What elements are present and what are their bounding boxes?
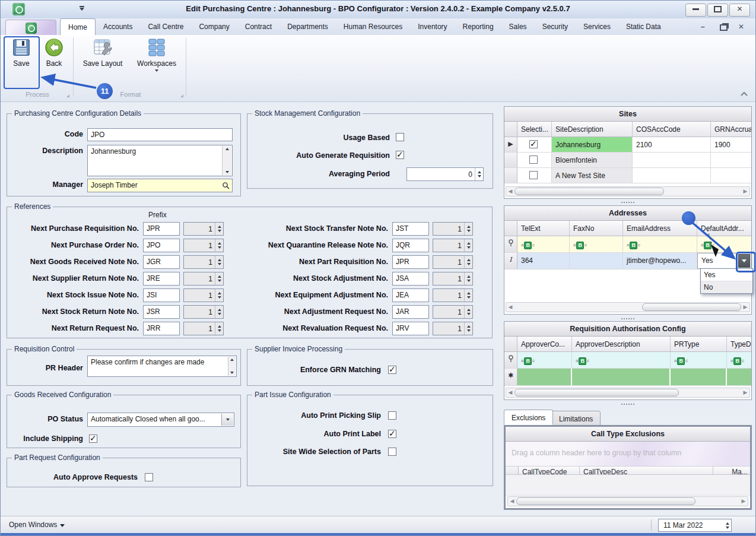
number-spinner[interactable]: 1: [433, 222, 473, 236]
workspaces-label: Workspaces: [137, 59, 176, 68]
search-icon[interactable]: [222, 182, 230, 189]
tab-static-data[interactable]: Static Data: [618, 18, 669, 35]
averaging-period-spinner[interactable]: 0: [406, 167, 484, 181]
tab-inventory[interactable]: Inventory: [410, 18, 455, 35]
prefix-input[interactable]: JSA: [392, 272, 429, 286]
sites-grid-header[interactable]: Selecti... SiteDescription COSAccCode GR…: [504, 122, 751, 137]
description-scrollbar[interactable]: [222, 146, 231, 175]
save-layout-button[interactable]: Save Layout: [79, 37, 126, 68]
tab-sales[interactable]: Sales: [501, 18, 535, 35]
sites-horizontal-scrollbar[interactable]: ◀▶: [506, 186, 750, 196]
tab-exclusions[interactable]: Exclusions: [504, 410, 553, 425]
prefix-input[interactable]: JRV: [392, 322, 429, 335]
application-menu-button[interactable]: [5, 20, 56, 36]
close-button[interactable]: ✕: [729, 4, 750, 17]
auto-print-label-checkbox[interactable]: [388, 430, 396, 438]
group-by-box[interactable]: Drag a column header here to group by th…: [506, 442, 750, 467]
panel-config-details: Purchasing Centre Configuration Details …: [7, 113, 241, 196]
spin-buttons[interactable]: [475, 168, 483, 180]
code-input[interactable]: JPO: [87, 128, 233, 141]
number-spinner[interactable]: 1: [433, 322, 473, 335]
call-type-grid-header[interactable]: CallTypeCode CallTypeDesc Ma...: [506, 467, 750, 475]
app-window: Edit Purchasing Centre : Johannesburg - …: [0, 0, 756, 536]
auto-generate-requisition-checkbox[interactable]: [396, 151, 404, 159]
abc-filter-icon: aBc: [521, 242, 535, 249]
tab-security[interactable]: Security: [535, 18, 576, 35]
mdi-minimize-button[interactable]: –: [701, 23, 705, 31]
number-spinner[interactable]: 1: [433, 239, 473, 252]
auto-approve-requests-checkbox[interactable]: [145, 473, 153, 481]
minimize-button[interactable]: [685, 4, 706, 17]
site-selected-checkbox[interactable]: [529, 156, 538, 164]
sites-row-new-test-site[interactable]: A New Test Site: [504, 168, 751, 183]
prefix-input[interactable]: JPR: [392, 255, 429, 269]
addresses-filter-row[interactable]: aBc aBc aBc aBc: [504, 236, 751, 253]
mdi-close-button[interactable]: ✕: [738, 23, 744, 31]
maximize-button[interactable]: [707, 4, 728, 17]
pr-header-spin[interactable]: [228, 357, 236, 376]
tab-call-centre[interactable]: Call Centre: [140, 18, 191, 35]
tab-home[interactable]: Home: [60, 18, 96, 36]
site-selected-checkbox[interactable]: [529, 140, 538, 148]
prefix-input[interactable]: JPO: [143, 239, 180, 252]
description-input[interactable]: Johannesburg: [87, 145, 233, 176]
prefix-input[interactable]: JRR: [143, 322, 180, 335]
usage-based-checkbox[interactable]: [396, 133, 404, 141]
prefix-input[interactable]: JEA: [392, 288, 429, 302]
prefix-input[interactable]: JSR: [143, 305, 180, 319]
mdi-restore-button[interactable]: [720, 24, 728, 31]
addresses-grid-header[interactable]: TelExt FaxNo EmailAddress DefaultAddr...: [504, 221, 751, 236]
manager-input[interactable]: Joseph Timber: [87, 179, 233, 192]
tab-contract[interactable]: Contract: [237, 18, 279, 35]
tab-services[interactable]: Services: [576, 18, 618, 35]
panel-supplier-invoice: Supplier Invoice Processing Enforce GRN …: [247, 349, 493, 386]
prefix-input[interactable]: JPR: [143, 222, 180, 236]
req-auth-grid-header[interactable]: ApproverCo... ApproverDescription PRType…: [504, 337, 751, 352]
addresses-data-row[interactable]: I 364 jtimber@hopewo... Yes: [504, 253, 751, 269]
tab-departments[interactable]: Departments: [279, 18, 336, 35]
po-status-dropdown[interactable]: Automatically Closed when all goo...: [87, 413, 234, 427]
req-auth-horizontal-scrollbar[interactable]: ◀▶: [506, 388, 750, 398]
enforce-grn-matching-checkbox[interactable]: [388, 366, 396, 374]
number-spinner[interactable]: 1: [433, 288, 473, 302]
splitter-handle[interactable]: [504, 201, 752, 204]
addresses-horizontal-scrollbar[interactable]: ◀▶: [506, 302, 750, 312]
sites-row-johannesburg[interactable]: ▶ Johannesburg 2100 1900: [504, 137, 751, 153]
tab-company[interactable]: Company: [191, 18, 237, 35]
workspaces-button[interactable]: Workspaces: [131, 37, 182, 72]
number-spinner[interactable]: 1: [433, 272, 473, 286]
req-auth-filter-row[interactable]: aBc aBc aBc aBc: [504, 352, 751, 369]
sites-grid-title: Sites: [504, 107, 751, 122]
open-windows-button[interactable]: Open Windows: [9, 521, 65, 529]
splitter-handle[interactable]: [504, 402, 752, 406]
prefix-input[interactable]: JAR: [392, 305, 429, 319]
back-button[interactable]: Back: [40, 37, 68, 68]
dropdown-button[interactable]: [221, 414, 233, 426]
filter-row-icon: [509, 355, 513, 363]
pr-header-input[interactable]: Please confirm if changes are made: [87, 356, 237, 377]
splitter-handle[interactable]: [504, 317, 752, 321]
include-shipping-checkbox[interactable]: [89, 434, 97, 443]
tab-reporting[interactable]: Reporting: [455, 18, 501, 35]
prefix-input[interactable]: JGR: [143, 255, 180, 269]
site-wide-selection-checkbox[interactable]: [388, 448, 396, 456]
prefix-input[interactable]: JRE: [143, 272, 180, 286]
number-spinner[interactable]: 1: [433, 305, 473, 319]
site-selected-checkbox[interactable]: [529, 171, 538, 179]
tab-limitations[interactable]: Limitations: [551, 411, 601, 426]
tab-accounts[interactable]: Accounts: [96, 18, 140, 35]
prefix-input[interactable]: JQR: [392, 239, 429, 252]
date-spin-buttons[interactable]: [723, 519, 731, 531]
prefix-input[interactable]: JST: [392, 222, 429, 236]
auto-print-picking-slip-checkbox[interactable]: [388, 411, 396, 420]
req-auth-new-row[interactable]: ✱: [504, 369, 751, 386]
call-type-horizontal-scrollbar[interactable]: ◀▶: [507, 496, 748, 506]
collapse-ribbon-chevron-icon[interactable]: [739, 90, 749, 98]
tab-human-resources[interactable]: Human Resources: [336, 18, 410, 35]
number-spinner[interactable]: 1: [433, 255, 473, 269]
dropdown-option-no[interactable]: No: [701, 281, 752, 293]
prefix-input[interactable]: JSI: [143, 288, 180, 302]
date-editor[interactable]: 11 Mar 2022: [658, 519, 732, 532]
call-type-exclusions-panel: Call Type Exclusions Drag a column heade…: [504, 425, 752, 510]
sites-row-bloemfontein[interactable]: Bloemfontein: [504, 153, 751, 168]
